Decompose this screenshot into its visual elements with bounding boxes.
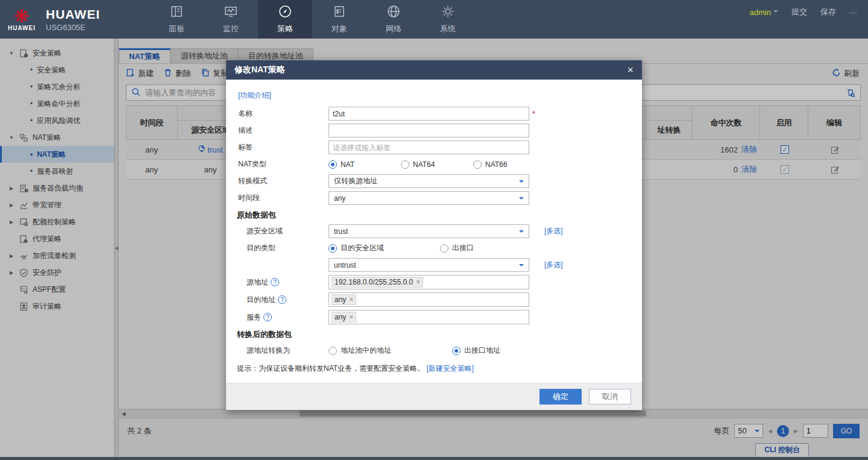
source-address-label: 源地址? xyxy=(226,277,329,288)
address-chip: 192.168.0.0/255.255.0.0× xyxy=(332,277,423,288)
translate-mode-label: 转换模式 xyxy=(226,176,329,186)
remove-chip-icon[interactable]: × xyxy=(349,313,353,321)
brand-block: ❋ HUAWEI HUAWEI USG6305E xyxy=(0,0,113,39)
new-security-policy-link[interactable]: [新建安全策略] xyxy=(426,364,474,373)
radio-nat66[interactable]: NAT66 xyxy=(473,160,507,169)
radio-nat[interactable]: NAT xyxy=(329,160,401,169)
more-menu-button[interactable]: ··· xyxy=(849,8,857,17)
service-chip: any× xyxy=(332,312,356,323)
huawei-logo-icon: ❋ HUAWEI xyxy=(6,8,37,31)
system-gear-icon xyxy=(441,4,455,20)
dialog-body: [功能介绍] 名称 * 描述 标签 NAT类型 NAT NAT64 NAT66 … xyxy=(226,80,642,383)
monitor-icon xyxy=(224,4,238,20)
help-icon[interactable]: ? xyxy=(278,295,286,304)
nav-item-monitor[interactable]: 监控 xyxy=(204,0,258,39)
radio-nat64[interactable]: NAT64 xyxy=(401,160,473,169)
section-translated-packet: 转换后的数据包 xyxy=(226,329,630,340)
service-input[interactable]: any× xyxy=(329,310,529,324)
translate-mode-select[interactable]: 仅转换源地址 xyxy=(329,174,529,188)
source-zone-label: 源安全区域 xyxy=(226,226,329,236)
source-address-input[interactable]: 192.168.0.0/255.255.0.0× xyxy=(329,275,529,289)
radio-icon xyxy=(473,160,482,169)
source-translate-label: 源地址转换为 xyxy=(226,345,329,356)
nav-item-object[interactable]: 对象 xyxy=(312,0,366,39)
destination-zone-select[interactable]: untrust xyxy=(329,258,529,272)
remove-chip-icon[interactable]: × xyxy=(416,278,420,286)
policy-compass-icon xyxy=(278,4,292,20)
section-original-packet: 原始数据包 xyxy=(226,210,630,221)
help-icon[interactable]: ? xyxy=(263,313,272,321)
topnav-actions: admin 提交 保存 ··· xyxy=(750,0,857,24)
chevron-down-icon xyxy=(773,10,778,15)
time-range-label: 时间段 xyxy=(226,193,329,203)
ok-button[interactable]: 确定 xyxy=(539,389,582,405)
radio-icon xyxy=(440,244,448,253)
user-menu[interactable]: admin xyxy=(750,8,778,17)
description-input[interactable] xyxy=(329,124,529,137)
submit-button[interactable]: 提交 xyxy=(791,7,807,17)
source-zone-select[interactable]: trust xyxy=(329,224,529,238)
nat-type-label: NAT类型 xyxy=(226,159,329,169)
modify-nat-policy-dialog: 修改NAT策略 × [功能介绍] 名称 * 描述 标签 NAT类型 NAT NA… xyxy=(226,60,642,410)
radio-icon xyxy=(329,347,337,355)
radio-address-pool[interactable]: 地址池中的地址 xyxy=(329,345,452,356)
chevron-down-icon xyxy=(519,197,524,202)
dialog-footer: 确定 取消 xyxy=(226,383,642,410)
radio-destination-zone[interactable]: 目的安全区域 xyxy=(329,243,440,253)
radio-icon xyxy=(329,160,337,169)
help-icon[interactable]: ? xyxy=(271,278,279,286)
dashboard-icon xyxy=(169,4,184,20)
dialog-header: 修改NAT策略 × xyxy=(226,60,642,80)
tag-label: 标签 xyxy=(226,142,329,153)
service-label: 服务? xyxy=(226,312,329,323)
required-asterisk: * xyxy=(532,110,535,118)
feature-intro-link[interactable]: [功能介绍] xyxy=(238,90,271,101)
network-globe-icon xyxy=(386,4,401,20)
tip-text: 提示：为保证设备顺利转发NAT业务，需要配置安全策略。 [新建安全策略] xyxy=(237,364,630,374)
chevron-down-icon xyxy=(519,264,524,269)
destination-address-input[interactable]: any× xyxy=(329,292,529,307)
cancel-button[interactable]: 取消 xyxy=(589,389,631,405)
time-range-select[interactable]: any xyxy=(329,191,529,205)
brand-name: HUAWEI xyxy=(46,7,100,22)
chevron-down-icon xyxy=(519,230,524,235)
nav-item-network[interactable]: 网络 xyxy=(366,0,421,39)
close-icon[interactable]: × xyxy=(627,64,634,77)
save-button[interactable]: 保存 xyxy=(820,7,836,17)
radio-icon xyxy=(329,244,337,253)
destination-address-label: 目的地址? xyxy=(226,295,329,305)
nav-item-policy[interactable]: 策略 xyxy=(258,0,312,39)
nav-item-dashboard[interactable]: 面板 xyxy=(149,0,204,39)
address-chip: any× xyxy=(332,294,356,305)
top-navigation: ❋ HUAWEI HUAWEI USG6305E 面板 监控 策略 对象 网络 xyxy=(0,0,868,39)
remove-chip-icon[interactable]: × xyxy=(349,295,353,304)
radio-icon xyxy=(452,347,461,355)
object-icon xyxy=(332,4,347,20)
main-menu: 面板 监控 策略 对象 网络 系统 xyxy=(149,0,475,39)
name-label: 名称 xyxy=(226,109,329,119)
source-zone-multi-link[interactable]: [多选] xyxy=(544,226,563,236)
nav-item-system[interactable]: 系统 xyxy=(421,0,475,39)
dialog-title: 修改NAT策略 xyxy=(234,65,285,75)
description-label: 描述 xyxy=(226,125,329,136)
name-input[interactable] xyxy=(329,107,529,121)
destination-zone-multi-link[interactable]: [多选] xyxy=(544,260,563,270)
destination-type-label: 目的类型 xyxy=(226,243,329,253)
radio-outbound-interface-address[interactable]: 出接口地址 xyxy=(452,345,500,356)
radio-icon xyxy=(401,160,409,169)
chevron-down-icon xyxy=(519,180,524,185)
device-model: USG6305E xyxy=(46,23,100,32)
tag-input[interactable] xyxy=(329,140,529,154)
radio-outbound-interface[interactable]: 出接口 xyxy=(440,243,474,253)
